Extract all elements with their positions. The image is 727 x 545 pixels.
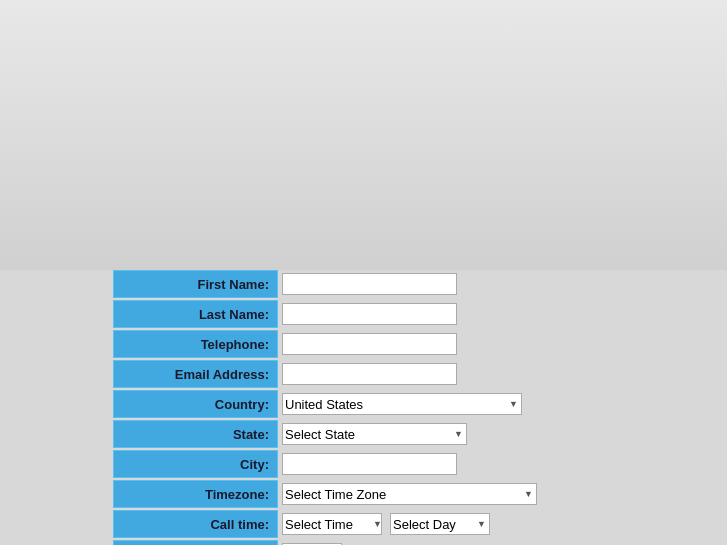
what-is-your-row: What Is Your	[113, 540, 727, 545]
calltime-row: Call time: Select Time Select Day	[113, 510, 727, 538]
country-select[interactable]: United States	[282, 393, 522, 415]
state-field: Select State	[278, 420, 727, 448]
city-field	[278, 450, 727, 478]
country-label: Country:	[113, 390, 278, 418]
telephone-field	[278, 330, 727, 358]
last-name-field	[278, 300, 727, 328]
email-field	[278, 360, 727, 388]
email-label: Email Address:	[113, 360, 278, 388]
telephone-input[interactable]	[282, 333, 457, 355]
calltime-field: Select Time Select Day	[278, 510, 727, 538]
last-name-input[interactable]	[282, 303, 457, 325]
country-field: United States	[278, 390, 727, 418]
timezone-field: Select Time Zone	[278, 480, 727, 508]
what-is-your-label: What Is Your	[113, 540, 278, 545]
form-container: First Name: Last Name: Telephone: Email …	[113, 270, 727, 545]
state-row: State: Select State	[113, 420, 727, 448]
top-area	[0, 0, 727, 270]
country-row: Country: United States	[113, 390, 727, 418]
last-name-row: Last Name:	[113, 300, 727, 328]
what-is-your-field	[278, 540, 727, 545]
timezone-row: Timezone: Select Time Zone	[113, 480, 727, 508]
state-select[interactable]: Select State	[282, 423, 467, 445]
last-name-label: Last Name:	[113, 300, 278, 328]
city-label: City:	[113, 450, 278, 478]
state-label: State:	[113, 420, 278, 448]
country-select-wrapper: United States	[282, 393, 522, 415]
timezone-label: Timezone:	[113, 480, 278, 508]
city-row: City:	[113, 450, 727, 478]
email-input[interactable]	[282, 363, 457, 385]
first-name-label: First Name:	[113, 270, 278, 298]
telephone-row: Telephone:	[113, 330, 727, 358]
email-row: Email Address:	[113, 360, 727, 388]
day-select[interactable]: Select Day	[390, 513, 490, 535]
time-select[interactable]: Select Time	[282, 513, 382, 535]
first-name-field	[278, 270, 727, 298]
first-name-input[interactable]	[282, 273, 457, 295]
state-select-wrapper: Select State	[282, 423, 467, 445]
first-name-row: First Name:	[113, 270, 727, 298]
calltime-label: Call time:	[113, 510, 278, 538]
telephone-label: Telephone:	[113, 330, 278, 358]
time-select-wrapper: Select Time	[282, 513, 386, 535]
day-select-wrapper: Select Day	[390, 513, 490, 535]
city-input[interactable]	[282, 453, 457, 475]
timezone-select-wrapper: Select Time Zone	[282, 483, 537, 505]
timezone-select[interactable]: Select Time Zone	[282, 483, 537, 505]
